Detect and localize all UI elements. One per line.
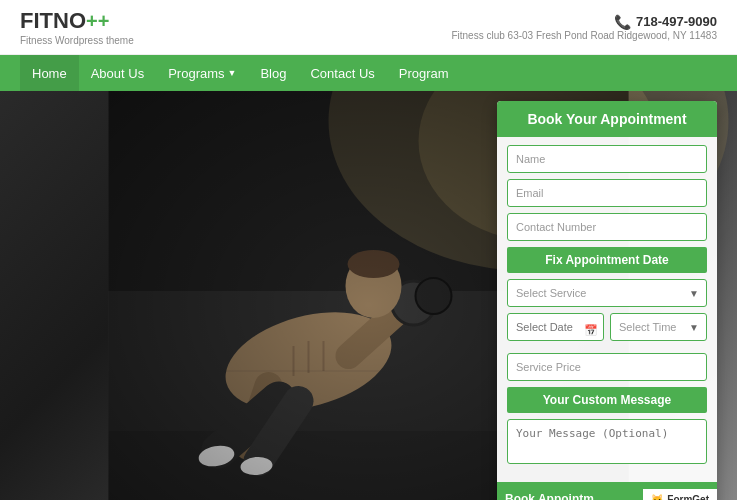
logo: FITNO++ (20, 8, 134, 34)
nav-program[interactable]: Program (387, 55, 461, 91)
phone-number: 718-497-9090 (636, 14, 717, 29)
panel-title: Book Your Appointment (497, 101, 717, 137)
email-input[interactable] (507, 179, 707, 207)
service-select-wrapper: Select Service ▼ (507, 279, 707, 307)
panel-body: Fix Appointment Date Select Service ▼ 📅 … (497, 137, 717, 476)
logo-plus: ++ (86, 10, 109, 32)
name-input[interactable] (507, 145, 707, 173)
header: FITNO++ Fitness Wordpress theme 📞 718-49… (0, 0, 737, 55)
price-input[interactable] (507, 353, 707, 381)
contact-area: 📞 718-497-9090 Fitness club 63-03 Fresh … (451, 14, 717, 41)
phone-icon: 📞 (614, 14, 631, 30)
logo-area: FITNO++ Fitness Wordpress theme (20, 8, 134, 46)
custom-msg-label: Your Custom Message (507, 387, 707, 413)
date-time-row: 📅 Select Time ▼ (507, 313, 707, 347)
address: Fitness club 63-03 Fresh Pond Road Ridge… (451, 30, 717, 41)
panel-footer: Book Appointm... 🐱 FormGet (497, 482, 717, 500)
fix-section-label: Fix Appointment Date (507, 247, 707, 273)
message-textarea[interactable] (507, 419, 707, 464)
time-wrapper: Select Time ▼ (610, 313, 707, 341)
date-wrapper: 📅 (507, 313, 604, 347)
logo-tagline: Fitness Wordpress theme (20, 35, 134, 46)
contact-input[interactable] (507, 213, 707, 241)
date-input[interactable] (507, 313, 604, 341)
main-area: Book Your Appointment Fix Appointment Da… (0, 91, 737, 500)
logo-fit: FITNO (20, 8, 86, 33)
formget-badge: 🐱 FormGet (643, 489, 717, 501)
formget-label: FormGet (667, 494, 709, 501)
nav-about[interactable]: About Us (79, 55, 156, 91)
nav-programs[interactable]: Programs ▼ (156, 55, 248, 91)
book-appointment-button[interactable]: Book Appointm... (497, 482, 643, 500)
nav-blog[interactable]: Blog (248, 55, 298, 91)
time-select[interactable]: Select Time (610, 313, 707, 341)
navigation: Home About Us Programs ▼ Blog Contact Us… (0, 55, 737, 91)
programs-arrow: ▼ (228, 68, 237, 78)
service-select[interactable]: Select Service (507, 279, 707, 307)
formget-icon: 🐱 (651, 494, 663, 501)
nav-home[interactable]: Home (20, 55, 79, 91)
appointment-panel: Book Your Appointment Fix Appointment Da… (497, 101, 717, 500)
phone-row: 📞 718-497-9090 (451, 14, 717, 30)
nav-contact[interactable]: Contact Us (298, 55, 386, 91)
